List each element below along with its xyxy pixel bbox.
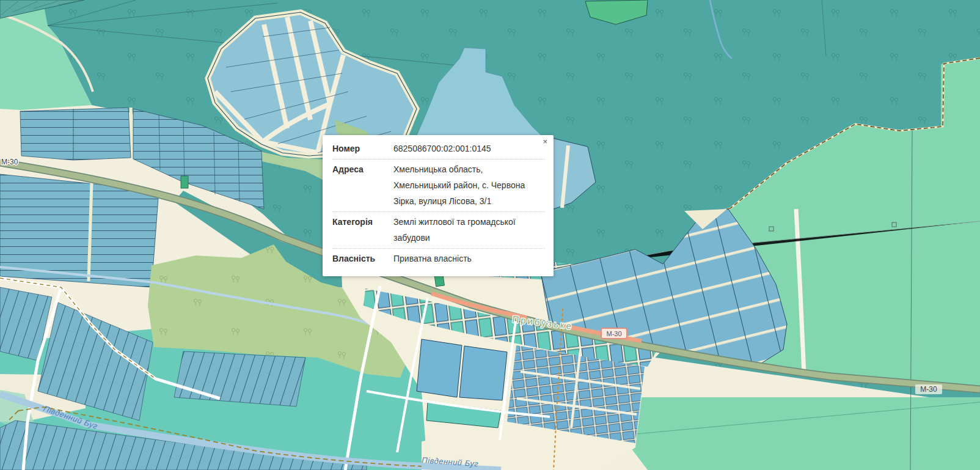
popup-row-category: Категорія Землі житлової та громадської … — [332, 212, 545, 249]
road-label-m30-center: М-30 — [606, 330, 621, 337]
road-label-m30-left: М-30 — [1, 158, 18, 166]
road-label-m30-right: М-30 — [920, 385, 937, 394]
cadastral-map-viewport[interactable]: М-30 М-30 М-30 Південний Буг Південний Б… — [0, 0, 980, 470]
field-label-address: Адреса — [332, 161, 393, 209]
road-shield-m30: М-30 — [601, 328, 627, 339]
field-label-number: Номер — [332, 141, 393, 156]
popup-row-address: Адреса Хмельницька область, Хмельницький… — [332, 160, 545, 212]
popup-row-ownership: Власність Приватна власність — [332, 249, 545, 269]
parcel-ownership-value: Приватна власність — [393, 251, 527, 266]
popup-row-number: Номер 6825086700:02:001:0145 — [332, 139, 545, 160]
close-icon[interactable]: × — [541, 136, 549, 147]
field-label-category: Категорія — [332, 214, 393, 246]
road-label-m30-right-group: М-30 — [915, 384, 942, 394]
field-label-ownership: Власність — [332, 251, 393, 266]
parcel-info-popup: × Номер 6825086700:02:001:0145 Адреса Хм… — [323, 135, 554, 276]
parcel-number-value: 6825086700:02:001:0145 — [393, 141, 527, 156]
parcel-category-value: Землі житлової та громадської забудови — [393, 214, 527, 246]
parcel-address-value: Хмельницька область, Хмельницький район,… — [393, 161, 527, 209]
